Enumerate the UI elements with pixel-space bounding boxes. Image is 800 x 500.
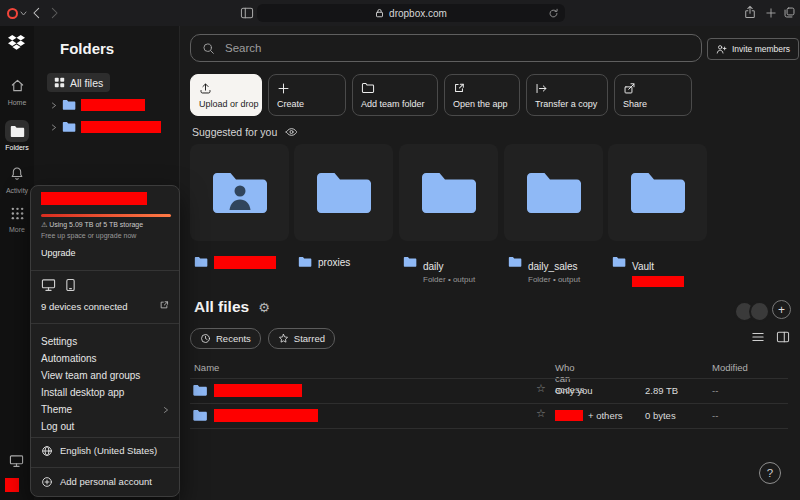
- add-personal-account-item[interactable]: Add personal account: [41, 473, 152, 490]
- eye-icon[interactable]: [285, 127, 298, 137]
- avatar[interactable]: [749, 301, 770, 322]
- sidebar-item-home[interactable]: Home: [0, 74, 34, 106]
- menu-item-label: Settings: [41, 336, 77, 347]
- recents-chip[interactable]: Recents: [190, 328, 261, 349]
- divider: [31, 437, 179, 438]
- action-label: Share: [623, 99, 647, 109]
- folder-icon: [420, 170, 478, 216]
- folder-icon: [508, 256, 522, 268]
- upload-or-drop-button[interactable]: Upload or drop: [190, 74, 262, 116]
- browser-back-button[interactable]: [32, 7, 41, 19]
- action-label: Create: [277, 99, 304, 109]
- shared-folder-icon: [211, 170, 269, 216]
- share-button[interactable]: Share: [614, 74, 692, 116]
- view-toggles: [751, 331, 790, 343]
- transfer-arrow-icon: [535, 82, 548, 95]
- clock-icon: [200, 333, 211, 344]
- column-modified[interactable]: Modified: [712, 362, 748, 373]
- row-access-redacted: [555, 410, 583, 421]
- row-name-redacted: [214, 384, 302, 397]
- divider: [31, 270, 179, 271]
- gear-icon[interactable]: ⚙: [258, 301, 270, 314]
- sidebar-item-more[interactable]: More: [0, 202, 34, 233]
- menu-item-install-desktop-app[interactable]: Install desktop app: [41, 384, 169, 401]
- menu-item-automations[interactable]: Automations: [41, 350, 169, 367]
- starred-chip[interactable]: Starred: [268, 328, 335, 349]
- transfer-a-copy-button[interactable]: Transfer a copy: [526, 74, 608, 116]
- invite-members-button[interactable]: Invite members: [707, 38, 799, 60]
- suggested-folder-tile[interactable]: [190, 144, 289, 241]
- open-the-app-button[interactable]: Open the app: [444, 74, 520, 116]
- tile-name-row[interactable]: proxies: [298, 256, 350, 269]
- devices-connected-link[interactable]: 9 devices connected: [41, 301, 128, 312]
- suggested-folder-tile[interactable]: [504, 144, 603, 241]
- table-row[interactable]: ☆ + others 0 bytes --: [180, 404, 800, 428]
- search-input[interactable]: [223, 41, 690, 55]
- storage-upgrade-link[interactable]: Free up space or upgrade now: [41, 232, 136, 239]
- share-page-icon[interactable]: [744, 5, 756, 19]
- language-menu-item[interactable]: English (United States): [41, 442, 157, 459]
- star-outline-icon[interactable]: ☆: [536, 383, 546, 394]
- url-text: dropbox.com: [389, 8, 447, 19]
- tile-name-row[interactable]: Vault: [612, 256, 684, 287]
- menu-item-label: Install desktop app: [41, 387, 124, 398]
- folder-name-redacted: [81, 99, 145, 111]
- menu-item-theme[interactable]: Theme: [41, 401, 169, 418]
- tile-name-row[interactable]: daily_sales Folder • output: [508, 256, 580, 284]
- search-bar[interactable]: [190, 34, 702, 62]
- chevron-right-icon[interactable]: [50, 124, 57, 131]
- table-row[interactable]: ☆ Only you 2.89 TB --: [180, 379, 800, 403]
- split-view-icon[interactable]: [776, 331, 790, 343]
- folder-icon: [612, 256, 626, 268]
- tile-subtitle-redacted: [632, 276, 684, 287]
- browser-forward-button[interactable]: [50, 7, 59, 19]
- suggested-folder-tile[interactable]: [399, 144, 498, 241]
- suggested-header: Suggested for you: [192, 126, 298, 138]
- tile-name-row[interactable]: daily Folder • output: [403, 256, 475, 284]
- folder-tree-item[interactable]: [50, 121, 161, 133]
- tabs-overview-icon[interactable]: [783, 6, 796, 19]
- warning-icon: ⚠: [41, 221, 47, 228]
- sidebar-item-label: Folders: [0, 144, 34, 151]
- sidebar-item-activity[interactable]: Activity: [0, 162, 34, 194]
- address-bar[interactable]: dropbox.com: [257, 4, 565, 22]
- app-area: Home Folders Activity More: [0, 26, 800, 500]
- refresh-icon[interactable]: [548, 8, 559, 19]
- menu-item-settings[interactable]: Settings: [41, 333, 169, 350]
- devices-icon[interactable]: [9, 454, 24, 468]
- member-avatars[interactable]: [734, 301, 770, 322]
- monitor-icon: [41, 278, 56, 292]
- menu-item-label: Automations: [41, 353, 97, 364]
- lock-icon: [375, 8, 384, 18]
- account-avatar-redacted[interactable]: [5, 478, 19, 492]
- divider: [31, 467, 179, 468]
- chevron-right-icon[interactable]: [50, 102, 57, 109]
- tile-name-row[interactable]: [194, 256, 276, 269]
- help-button[interactable]: ?: [759, 462, 781, 484]
- files-grid-icon: [54, 77, 65, 88]
- add-team-folder-button[interactable]: Add team folder: [352, 74, 438, 116]
- create-button[interactable]: Create: [268, 74, 346, 116]
- column-name[interactable]: Name: [194, 362, 219, 373]
- browser-toolbar: dropbox.com: [0, 0, 800, 27]
- tile-name-redacted: [214, 256, 276, 269]
- all-files-label: All files: [70, 77, 103, 89]
- sidebar-toggle-icon[interactable]: [240, 7, 254, 19]
- menu-item-view-team[interactable]: View team and groups: [41, 367, 169, 384]
- divider: [31, 323, 179, 324]
- star-outline-icon[interactable]: ☆: [536, 408, 546, 419]
- list-view-icon[interactable]: [751, 331, 765, 343]
- all-files-nav-item[interactable]: All files: [47, 73, 110, 92]
- new-tab-icon[interactable]: [765, 7, 777, 19]
- suggested-folder-tile[interactable]: [294, 144, 393, 241]
- upgrade-link[interactable]: Upgrade: [41, 248, 76, 258]
- folder-tree-item[interactable]: [50, 99, 145, 111]
- add-member-button[interactable]: +: [772, 300, 791, 319]
- folder-icon: [403, 256, 417, 268]
- sidebar-item-folders[interactable]: Folders: [0, 120, 34, 151]
- chevron-right-icon: [162, 406, 169, 414]
- menu-item-log-out[interactable]: Log out: [41, 418, 169, 435]
- chevron-down-icon[interactable]: [20, 11, 27, 16]
- suggested-folder-tile[interactable]: [608, 144, 707, 241]
- dropbox-logo-icon[interactable]: [8, 35, 25, 50]
